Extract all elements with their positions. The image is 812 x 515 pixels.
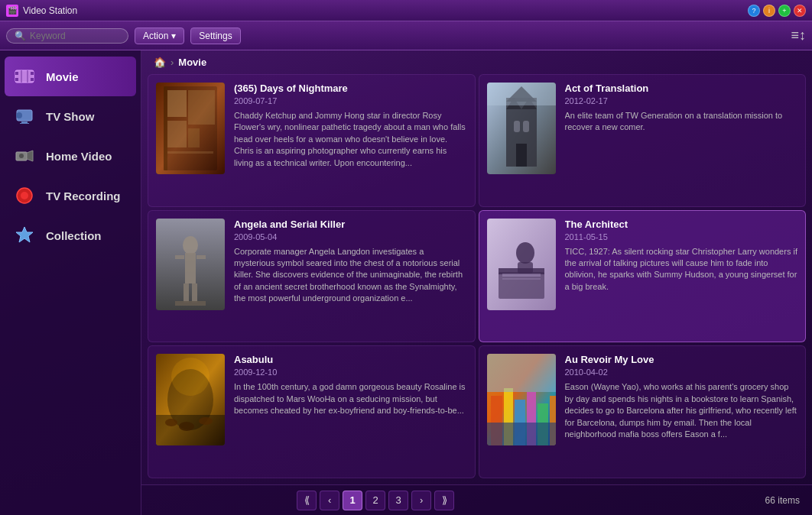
movie-title-architect: The Architect bbox=[565, 219, 798, 230]
movie-date-asabulu: 2009-12-10 bbox=[234, 368, 467, 377]
movie-desc-aurevoir: Eason (Wayne Yao), who works at his pare… bbox=[565, 381, 798, 440]
settings-label: Settings bbox=[199, 31, 232, 41]
sidebar-item-movie[interactable]: Movie bbox=[5, 57, 136, 96]
movie-desc-asabulu: In the 100th century, a god damn gorgeou… bbox=[234, 381, 467, 416]
sidebar-item-tvshow[interactable]: TV Show bbox=[0, 96, 141, 136]
svg-rect-31 bbox=[523, 121, 529, 132]
svg-rect-22 bbox=[188, 128, 200, 147]
search-input[interactable] bbox=[30, 31, 122, 41]
svg-rect-32 bbox=[516, 144, 527, 167]
breadcrumb-current: Movie bbox=[178, 57, 206, 68]
movie-date-angela: 2009-05-04 bbox=[234, 232, 467, 241]
page-first-button[interactable]: ⟪ bbox=[297, 491, 317, 510]
sidebar-item-collection[interactable]: Collection bbox=[0, 215, 141, 255]
movie-desc-365days: Chaddy Ketchup and Jommy Hong star in di… bbox=[234, 110, 467, 169]
help-button[interactable]: ? bbox=[748, 5, 760, 17]
svg-rect-63 bbox=[487, 423, 556, 445]
movie-card-aurevoir[interactable]: Au Revoir My Love 2010-04-02 Eason (Wayn… bbox=[479, 345, 807, 478]
svg-point-10 bbox=[16, 112, 22, 118]
breadcrumb: 🏠 › Movie bbox=[141, 50, 812, 74]
svg-rect-46 bbox=[518, 262, 533, 274]
svg-rect-8 bbox=[21, 121, 28, 123]
svg-point-54 bbox=[199, 417, 213, 425]
movie-date-act: 2012-02-17 bbox=[565, 96, 798, 105]
svg-point-55 bbox=[171, 358, 209, 396]
svg-rect-4 bbox=[31, 78, 34, 81]
movie-thumb-aurevoir bbox=[487, 354, 556, 445]
sidebar-item-tvrecording-label: TV Recording bbox=[46, 189, 121, 202]
action-label: Action bbox=[143, 31, 168, 41]
sidebar-item-tvshow-label: TV Show bbox=[46, 110, 94, 123]
svg-rect-2 bbox=[31, 72, 34, 75]
info-button[interactable]: i bbox=[763, 5, 775, 17]
page-3-button[interactable]: 3 bbox=[388, 491, 408, 510]
svg-rect-48 bbox=[502, 278, 541, 280]
pagination-wrapper: ⟪ ‹ 1 2 3 › ⟫ 66 items bbox=[141, 491, 812, 510]
list-mode-button[interactable]: ≡↕ bbox=[791, 28, 806, 44]
svg-rect-47 bbox=[502, 274, 541, 277]
sidebar-item-collection-label: Collection bbox=[46, 229, 102, 242]
content-area: 🏠 › Movie bbox=[141, 50, 812, 515]
sidebar: Movie TV Show Home Video bbox=[0, 50, 141, 515]
movie-thumb-act bbox=[487, 83, 556, 174]
svg-marker-12 bbox=[27, 151, 33, 161]
tv-icon bbox=[12, 104, 37, 128]
total-items-count: 66 items bbox=[765, 495, 812, 506]
svg-rect-21 bbox=[188, 90, 215, 125]
svg-rect-24 bbox=[167, 151, 213, 154]
movie-info-365days: (365) Days of Nightmare 2009-07-17 Chadd… bbox=[234, 83, 467, 199]
page-last-button[interactable]: ⟫ bbox=[434, 491, 454, 510]
svg-rect-19 bbox=[167, 90, 187, 117]
svg-rect-33 bbox=[487, 83, 556, 105]
movie-card-365days[interactable]: (365) Days of Nightmare 2009-07-17 Chadd… bbox=[148, 74, 476, 207]
pagination: ⟪ ‹ 1 2 3 › ⟫ 66 items bbox=[141, 484, 812, 515]
sidebar-item-homevideo[interactable]: Home Video bbox=[0, 136, 141, 176]
movie-card-actoftranslation[interactable]: Act of Translation 2012-02-17 An elite t… bbox=[479, 74, 807, 207]
action-button[interactable]: Action ▾ bbox=[135, 28, 184, 44]
breadcrumb-home-icon[interactable]: 🏠 bbox=[154, 57, 166, 68]
movie-card-asabulu[interactable]: Asabulu 2009-12-10 In the 100th century,… bbox=[148, 345, 476, 478]
movie-info-asabulu: Asabulu 2009-12-10 In the 100th century,… bbox=[234, 354, 467, 470]
settings-button[interactable]: Settings bbox=[190, 28, 240, 44]
svg-point-13 bbox=[19, 154, 24, 158]
movie-thumb-architect bbox=[487, 219, 556, 310]
svg-point-15 bbox=[21, 192, 28, 199]
page-buttons: ⟪ ‹ 1 2 3 › ⟫ bbox=[297, 491, 454, 510]
title-bar: 🎬 Video Station ? i + ✕ bbox=[0, 0, 812, 21]
movie-info-angela: Angela and Serial Killer 2009-05-04 Corp… bbox=[234, 219, 467, 335]
maximize-button[interactable]: + bbox=[778, 5, 791, 17]
page-prev-button[interactable]: ‹ bbox=[320, 491, 339, 510]
page-1-button[interactable]: 1 bbox=[343, 491, 362, 510]
svg-marker-16 bbox=[16, 227, 33, 242]
sidebar-item-homevideo-label: Home Video bbox=[46, 150, 112, 163]
movie-date-aurevoir: 2010-04-02 bbox=[565, 368, 798, 377]
svg-rect-37 bbox=[175, 255, 184, 259]
movie-icon bbox=[12, 64, 37, 89]
svg-rect-41 bbox=[175, 301, 206, 306]
movie-card-angela[interactable]: Angela and Serial Killer 2009-05-04 Corp… bbox=[148, 210, 476, 343]
movie-desc-angela: Corporate manager Angela Langdon investi… bbox=[234, 246, 467, 305]
movie-thumb-asabulu bbox=[156, 354, 225, 445]
movie-title-365days: (365) Days of Nightmare bbox=[234, 83, 467, 94]
search-icon: 🔍 bbox=[15, 31, 26, 41]
svg-point-53 bbox=[179, 422, 194, 431]
svg-rect-40 bbox=[192, 283, 197, 303]
breadcrumb-separator: › bbox=[171, 57, 174, 68]
search-box[interactable]: 🔍 bbox=[6, 28, 128, 44]
movie-info-aurevoir: Au Revoir My Love 2010-04-02 Eason (Wayn… bbox=[565, 354, 798, 470]
close-button[interactable]: ✕ bbox=[794, 5, 806, 17]
svg-rect-38 bbox=[197, 255, 206, 259]
page-next-button[interactable]: › bbox=[411, 491, 431, 510]
page-2-button[interactable]: 2 bbox=[365, 491, 385, 510]
movie-info-act: Act of Translation 2012-02-17 An elite t… bbox=[565, 83, 798, 199]
svg-point-45 bbox=[516, 242, 534, 264]
sidebar-item-tvrecording[interactable]: TV Recording bbox=[0, 176, 141, 215]
svg-rect-3 bbox=[15, 78, 18, 81]
app-title: Video Station bbox=[23, 5, 743, 16]
svg-rect-39 bbox=[184, 283, 189, 303]
svg-point-52 bbox=[165, 419, 177, 426]
svg-point-35 bbox=[183, 236, 198, 254]
movie-title-aurevoir: Au Revoir My Love bbox=[565, 354, 798, 365]
movie-card-architect[interactable]: The Architect 2011-05-15 TICC, 1927: As … bbox=[479, 210, 807, 343]
window-controls: ? i + ✕ bbox=[748, 5, 806, 17]
